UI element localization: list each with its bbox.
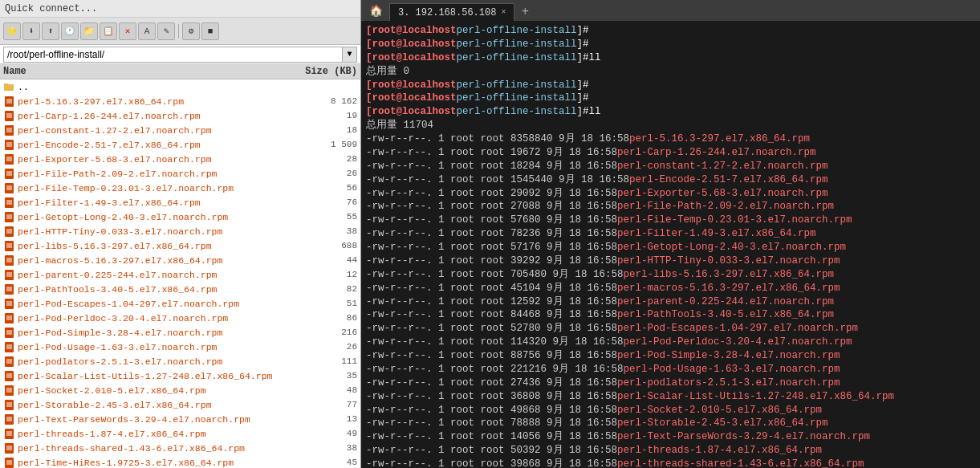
list-item[interactable]: perl-Time-HiRes-1.9725-3.el7.x86_64.rpm4… <box>0 455 360 468</box>
file-name: perl-File-Path-2.09-2.el7.noarch.rpm <box>18 169 293 179</box>
list-item[interactable]: perl-parent-0.225-244.el7.noarch.rpm12 <box>0 267 360 282</box>
list-item[interactable]: perl-Pod-Usage-1.63-3.el7.noarch.rpm26 <box>0 340 360 354</box>
path-input[interactable] <box>3 47 343 63</box>
file-size: 48 <box>293 385 357 395</box>
terminal-file-line: -rw-r--r--. 1 root root 57176 9月 18 16:5… <box>366 241 975 254</box>
list-item[interactable]: perl-Storable-2.45-3.el7.x86_64.rpm77 <box>0 397 360 412</box>
quick-connect-label: Quick connect... <box>5 3 97 14</box>
new-tab-btn[interactable]: + <box>514 3 535 21</box>
file-name: perl-threads-shared-1.43-6.el7.x86_64.rp… <box>18 443 293 454</box>
terminal-file-line: -rw-r--r--. 1 root root 57680 9月 18 16:5… <box>366 214 975 227</box>
path-dropdown-btn[interactable]: ▼ <box>343 47 357 63</box>
prompt-hash: ]# <box>577 38 589 51</box>
list-item[interactable]: perl-macros-5.16.3-297.el7.x86_64.rpm44 <box>0 253 360 267</box>
rpm-file-icon <box>3 341 14 352</box>
terminal-prompt-line: [root@localhost perl-offline-install]# l… <box>366 51 975 65</box>
terminal-file-name: perl-File-Temp-0.23.01-3.el7.noarch.rpm <box>617 214 852 227</box>
toolbar-star-btn[interactable]: ⭐ <box>3 22 21 40</box>
file-perm: -rw-r--r--. 1 root root 88756 9月 18 16:5… <box>366 349 617 363</box>
file-size: 49 <box>293 429 357 438</box>
terminal-file-line: -rw-r--r--. 1 root root 78236 9月 18 16:5… <box>366 227 975 241</box>
quick-connect-bar[interactable]: Quick connect... <box>0 0 360 18</box>
list-item[interactable]: perl-Exporter-5.68-3.el7.noarch.rpm28 <box>0 152 360 166</box>
terminal-file-name: perl-constant-1.27-2.el7.noarch.rpm <box>617 160 828 173</box>
file-name: perl-Exporter-5.68-3.el7.noarch.rpm <box>18 154 293 165</box>
list-item[interactable]: perl-PathTools-3.40-5.el7.x86_64.rpm82 <box>0 282 360 296</box>
file-list-header: Name Size (KB) <box>0 64 360 79</box>
file-size: 55 <box>293 212 357 222</box>
terminal-file-line: -rw-r--r--. 1 root root 27436 9月 18 16:5… <box>366 376 975 390</box>
list-item[interactable]: perl-threads-1.87-4.el7.x86_64.rpm49 <box>0 426 360 441</box>
list-item[interactable]: perl-podlators-2.5.1-3.el7.noarch.rpm111 <box>0 354 360 368</box>
list-item[interactable]: perl-Pod-Escapes-1.04-297.el7.noarch.rpm… <box>0 296 360 311</box>
file-perm: -rw-r--r--. 1 root root 45104 9月 18 16:5… <box>366 282 617 295</box>
terminal-file-line: -rw-r--r--. 1 root root 78888 9月 18 16:5… <box>366 417 975 430</box>
prompt-path: perl-offline-install <box>457 24 577 38</box>
toolbar-copy-btn[interactable]: 📋 <box>100 22 117 40</box>
toolbar-cancel-btn[interactable]: ✕ <box>119 22 136 40</box>
rpm-file-icon <box>3 139 14 150</box>
toolbar-edit-btn[interactable]: ✎ <box>157 22 175 40</box>
terminal-file-line: -rw-r--r--. 1 root root 221216 9月 18 16:… <box>366 363 975 376</box>
rpm-file-icon <box>3 168 14 179</box>
file-perm: -rw-r--r--. 1 root root 39868 9月 18 16:5… <box>366 458 617 468</box>
file-size: 111 <box>293 356 357 366</box>
rpm-file-icon <box>3 370 14 381</box>
list-item[interactable]: perl-libs-5.16.3-297.el7.x86_64.rpm688 <box>0 238 360 253</box>
terminal-file-line: -rw-r--r--. 1 root root 39868 9月 18 16:5… <box>366 458 975 468</box>
list-item[interactable]: perl-Text-ParseWords-3.29-4.el7.noarch.r… <box>0 412 360 426</box>
terminal-file-line: -rw-r--r--. 1 root root 18284 9月 18 16:5… <box>366 160 975 173</box>
file-list[interactable]: ..perl-5.16.3-297.el7.x86_64.rpm8 162per… <box>0 79 360 468</box>
toolbar-queue-btn[interactable]: 🕐 <box>61 22 79 40</box>
list-item[interactable]: perl-Scalar-List-Utils-1.27-248.el7.x86_… <box>0 368 360 383</box>
list-item[interactable]: .. <box>0 79 360 94</box>
file-name: perl-podlators-2.5.1-3.el7.noarch.rpm <box>18 356 293 367</box>
terminal-file-line: -rw-r--r--. 1 root root 19672 9月 18 16:5… <box>366 146 975 160</box>
toolbar-folder-btn[interactable]: 📁 <box>80 22 98 40</box>
list-item[interactable]: perl-Carp-1.26-244.el7.noarch.rpm19 <box>0 108 360 123</box>
tab-close-btn[interactable]: × <box>501 8 506 17</box>
terminal-file-name: perl-Pod-Simple-3.28-4.el7.noarch.rpm <box>617 349 840 363</box>
file-name: perl-Text-ParseWords-3.29-4.el7.noarch.r… <box>18 414 293 425</box>
terminal-file-line: -rw-r--r--. 1 root root 36808 9月 18 16:5… <box>366 390 975 404</box>
file-perm: -rw-r--r--. 1 root root 50392 9月 18 16:5… <box>366 444 617 458</box>
toolbar-rename-btn[interactable]: A <box>138 22 156 40</box>
list-item[interactable]: perl-Socket-2.010-5.el7.x86_64.rpm48 <box>0 383 360 397</box>
toolbar-upload-btn[interactable]: ⬆ <box>42 22 59 40</box>
list-item[interactable]: perl-Pod-Simple-3.28-4.el7.noarch.rpm216 <box>0 325 360 340</box>
list-item[interactable]: perl-Encode-2.51-7.el7.x86_64.rpm1 509 <box>0 137 360 152</box>
file-perm: -rw-r--r--. 1 root root 27436 9月 18 16:5… <box>366 376 617 390</box>
prompt-user: [root@localhost <box>366 24 457 38</box>
terminal-file-name: perl-Getopt-Long-2.40-3.el7.noarch.rpm <box>617 241 846 254</box>
toolbar-info-btn[interactable]: ■ <box>201 22 219 40</box>
file-name: perl-macros-5.16.3-297.el7.x86_64.rpm <box>18 255 293 266</box>
terminal[interactable]: [root@localhost perl-offline-install]# [… <box>361 21 980 468</box>
terminal-tab[interactable]: 3. 192.168.56.108 × <box>389 3 514 21</box>
file-perm: -rw-r--r--. 1 root root 78236 9月 18 16:5… <box>366 227 617 241</box>
list-item[interactable]: perl-Filter-1.49-3.el7.x86_64.rpm76 <box>0 195 360 210</box>
prompt-user: [root@localhost <box>366 92 457 105</box>
col-name-header: Name <box>3 66 293 77</box>
list-item[interactable]: perl-File-Path-2.09-2.el7.noarch.rpm26 <box>0 166 360 181</box>
list-item[interactable]: perl-5.16.3-297.el7.x86_64.rpm8 162 <box>0 94 360 108</box>
terminal-file-name: perl-Pod-Usage-1.63-3.el7.noarch.rpm <box>624 363 840 376</box>
list-item[interactable]: perl-File-Temp-0.23.01-3.el7.noarch.rpm5… <box>0 181 360 195</box>
list-item[interactable]: perl-HTTP-Tiny-0.033-3.el7.noarch.rpm38 <box>0 224 360 238</box>
list-item[interactable]: perl-constant-1.27-2.el7.noarch.rpm18 <box>0 123 360 137</box>
tab-home-btn[interactable]: 🏠 <box>363 1 389 21</box>
prompt-user: [root@localhost <box>366 79 457 92</box>
list-item[interactable]: perl-Pod-Perldoc-3.20-4.el7.noarch.rpm86 <box>0 311 360 325</box>
toolbar-download-btn[interactable]: ⬇ <box>22 22 40 40</box>
rpm-file-icon <box>3 110 14 121</box>
terminal-file-name: perl-threads-shared-1.43-6.el7.x86_64.rp… <box>617 458 864 468</box>
rpm-file-icon <box>3 124 14 136</box>
list-item[interactable]: perl-Getopt-Long-2.40-3.el7.noarch.rpm55 <box>0 210 360 224</box>
prompt-path: perl-offline-install <box>457 51 577 65</box>
file-name: perl-5.16.3-297.el7.x86_64.rpm <box>18 96 293 107</box>
list-item[interactable]: perl-threads-shared-1.43-6.el7.x86_64.rp… <box>0 441 360 455</box>
toolbar-settings-btn[interactable]: ⚙ <box>182 22 200 40</box>
file-size: 8 162 <box>293 96 357 106</box>
file-size: 688 <box>293 241 357 250</box>
terminal-file-line: -rw-r--r--. 1 root root 50392 9月 18 16:5… <box>366 444 975 458</box>
file-name: perl-HTTP-Tiny-0.033-3.el7.noarch.rpm <box>18 226 293 237</box>
